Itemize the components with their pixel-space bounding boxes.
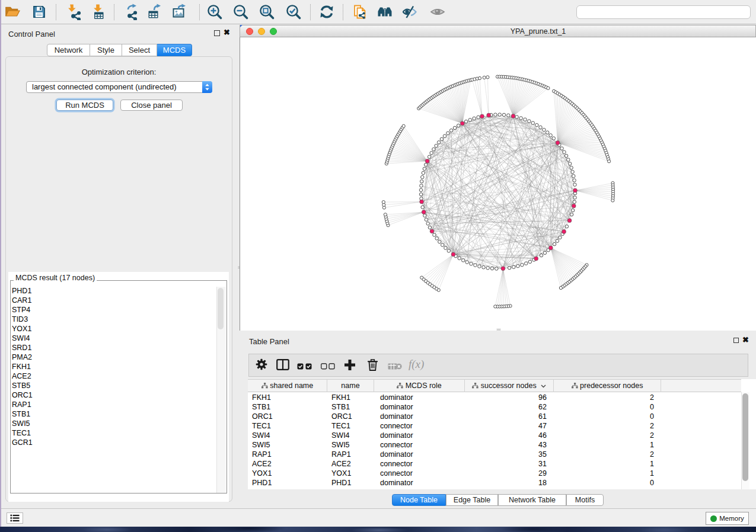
svg-text:f(x): f(x) [409,358,424,371]
